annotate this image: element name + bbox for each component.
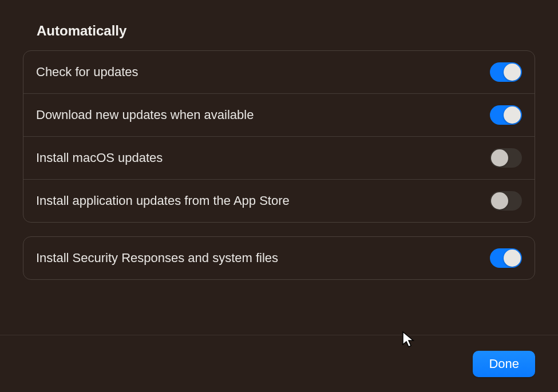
toggle-knob [491,149,508,167]
row-install-app-store-updates: Install application updates from the App… [23,179,535,222]
settings-group-1: Check for updates Download new updates w… [23,50,535,223]
label-install-macos-updates: Install macOS updates [36,151,490,165]
row-download-new-updates: Download new updates when available [23,93,535,136]
dialog-footer: Done [0,335,558,392]
toggle-check-for-updates[interactable] [490,62,522,82]
label-check-for-updates: Check for updates [36,65,490,80]
toggle-knob [504,250,521,267]
row-install-macos-updates: Install macOS updates [23,136,535,179]
toggle-install-security-responses[interactable] [490,248,522,268]
label-install-app-store-updates: Install application updates from the App… [36,193,490,208]
toggle-install-macos-updates[interactable] [490,148,522,168]
section-heading-automatically: Automatically [37,23,535,39]
row-check-for-updates: Check for updates [23,51,535,93]
toggle-download-new-updates[interactable] [490,105,522,125]
label-install-security-responses: Install Security Responses and system fi… [36,251,490,266]
toggle-knob [504,64,521,81]
settings-group-2: Install Security Responses and system fi… [23,236,535,280]
settings-panel: Automatically Check for updates Download… [0,0,558,280]
row-install-security-responses: Install Security Responses and system fi… [23,237,535,279]
label-download-new-updates: Download new updates when available [36,108,490,122]
toggle-install-app-store-updates[interactable] [490,191,522,211]
toggle-knob [504,106,521,124]
toggle-knob [491,192,508,209]
done-button[interactable]: Done [473,351,535,377]
